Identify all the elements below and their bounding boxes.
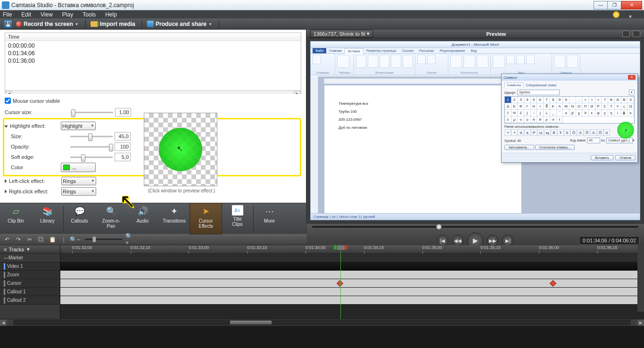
keyframe[interactable]	[337, 280, 343, 287]
track-callout1[interactable]: Callout 1	[0, 288, 60, 296]
symbol-grid: 1234567890:;<=>?≅ΑΒΧΔΕΦΓΗΙϑΚΛΜΝΟΠΘΡΣΤΥςΩ…	[504, 96, 635, 124]
timeline-vscroll[interactable]	[637, 245, 644, 312]
time-row[interactable]: 0:00:00;00	[5, 42, 301, 50]
menu-tools[interactable]: Tools	[83, 11, 96, 18]
rewind-button[interactable]: ◀◀	[452, 235, 463, 246]
tab-library[interactable]: 📚Library	[32, 203, 63, 234]
keyframe[interactable]	[550, 280, 556, 287]
rightclick-label: Right-click effect:	[5, 189, 61, 194]
cursor-size-value[interactable]: 1,00	[115, 108, 131, 116]
window-title: Camtasia Studio - Вставка символов_2.cam…	[11, 2, 134, 8]
track-video1[interactable]: Video 1	[0, 262, 60, 271]
redo-button[interactable]: ↷	[14, 235, 23, 244]
cursor-size-slider[interactable]	[71, 112, 113, 113]
time-header[interactable]: Time	[5, 33, 301, 41]
marker-track[interactable]	[60, 254, 644, 262]
zoom-out-button[interactable]: 🔍–	[71, 235, 79, 244]
word-title: Документ1 - Microsoft Word	[311, 41, 640, 48]
rightclick-select[interactable]: Rings▼	[61, 187, 96, 196]
close-button[interactable]: ✕	[621, 1, 642, 9]
maximize-button[interactable]: ❐	[607, 1, 621, 9]
softedge-slider[interactable]	[70, 157, 113, 158]
callout1-track[interactable]	[60, 288, 644, 296]
menu-play[interactable]: Play	[62, 11, 73, 18]
menu-file[interactable]: File	[3, 11, 12, 18]
softedge-value[interactable]: 5,0	[115, 153, 131, 161]
size-value[interactable]: 45,0	[115, 132, 131, 141]
preview-content[interactable]: Документ1 - Microsoft Word Файл Главная …	[310, 41, 640, 220]
leftclick-select[interactable]: Rings▼	[61, 177, 96, 185]
minimize-button[interactable]: —	[594, 1, 608, 9]
effect-preview[interactable]: ↖	[144, 113, 217, 186]
color-button[interactable]: ...	[61, 163, 96, 172]
size-slider[interactable]	[70, 136, 113, 137]
menu-view[interactable]: View	[41, 11, 53, 18]
preview-cursor-highlight	[617, 122, 634, 139]
callout2-track[interactable]	[60, 296, 644, 305]
hscroll-right[interactable]: ▶	[637, 320, 644, 326]
scrub-track[interactable]	[312, 226, 638, 228]
zoom-slider[interactable]	[85, 239, 123, 240]
scrub-thumb[interactable]	[436, 224, 442, 230]
symbol-cancel: Отмена	[615, 155, 636, 160]
tab-more[interactable]: ⋯More	[254, 203, 285, 234]
symbol-insert: Вставить	[591, 155, 613, 160]
split-button[interactable]: |	[59, 235, 68, 244]
track-cursor[interactable]: Cursor	[0, 279, 60, 288]
time-row[interactable]: 0:01:34;06	[5, 50, 301, 57]
forward-button[interactable]: ▶▶	[487, 235, 498, 246]
time-row[interactable]: 0:01:36;00	[5, 57, 301, 65]
track-zoom[interactable]: Zoom	[0, 271, 60, 279]
opacity-slider[interactable]	[70, 146, 113, 148]
produce-icon	[147, 21, 154, 27]
cut-button[interactable]: ✂	[25, 235, 34, 244]
record-button[interactable]: Record the screen ▼	[16, 21, 79, 27]
zoom-track[interactable]	[60, 271, 644, 279]
tab-clipbin[interactable]: ▱Clip Bin	[0, 203, 32, 234]
video-track[interactable]	[60, 262, 644, 271]
hint-dropdown[interactable]: ▾	[629, 13, 632, 16]
record-label: Record the screen	[24, 21, 73, 27]
tab-callouts[interactable]: 💬Callouts	[64, 203, 95, 234]
track-callout2[interactable]: Callout 2	[0, 296, 60, 305]
zoom-in-button[interactable]: 🔍+	[125, 235, 134, 244]
hscroll-left[interactable]: ◀	[0, 320, 7, 326]
playhead[interactable]	[340, 245, 341, 319]
cursor-track[interactable]	[60, 279, 644, 288]
cursor-size-label: Cursor size:	[5, 109, 61, 115]
menu-help[interactable]: Help	[105, 11, 117, 18]
tracks-header[interactable]: ≡Tracks ▾	[0, 245, 60, 254]
hscroll-thumb[interactable]	[230, 320, 272, 325]
hint-icon[interactable]	[613, 11, 619, 18]
playback-time: 0:01:34;06 / 0:04:06;02	[579, 236, 639, 245]
softedge-label: Soft edge:	[4, 154, 61, 160]
highlight-select[interactable]: Highlight▼	[61, 122, 96, 130]
mouse-visible-checkbox[interactable]: Mouse cursor visible	[5, 98, 301, 104]
tab-zoom[interactable]: 🔍Zoom-n-Pan	[95, 203, 127, 234]
prev-frame-button[interactable]: |◀	[437, 235, 448, 246]
app-icon	[2, 1, 9, 9]
undo-button[interactable]: ↶	[3, 235, 11, 244]
save-button[interactable]: 💾	[4, 20, 12, 28]
timeline-ruler[interactable]: 0:01:32;000:01:32;150:01:33;000:01:33;15…	[60, 245, 644, 254]
tab-audio[interactable]: 🔊Audio	[127, 203, 158, 234]
color-label: Color	[4, 165, 61, 170]
preview-caption: (Click window to preview effect.)	[144, 188, 219, 193]
track-marker[interactable]: — Marker	[0, 254, 60, 262]
preview-zoom-select[interactable]: 1366x737, Shrink to fit ▾	[310, 30, 373, 38]
preview-title: Preview	[486, 31, 506, 37]
paste-button[interactable]: 📋	[48, 235, 57, 244]
word-status: Страница 1 из 1 Число слов: 11 русский	[311, 213, 640, 220]
tab-transitions[interactable]: ✦Transitions	[158, 203, 190, 234]
fullscreen-icon[interactable]	[633, 31, 640, 37]
menu-edit[interactable]: Edit	[21, 11, 31, 18]
detach-icon[interactable]	[622, 31, 630, 37]
tab-title[interactable]: A≡TitleClips	[222, 203, 253, 234]
next-frame-button[interactable]: ▶|	[502, 235, 513, 246]
produce-button[interactable]: Produce and share ▼	[147, 21, 212, 27]
import-button[interactable]: Import media	[91, 21, 135, 27]
copy-button[interactable]: ⿻	[37, 235, 45, 244]
tab-cursor-effects[interactable]: ➤CursorEffects	[190, 203, 222, 234]
opacity-value[interactable]: 100	[115, 142, 131, 151]
hscroll-track[interactable]	[13, 320, 631, 325]
